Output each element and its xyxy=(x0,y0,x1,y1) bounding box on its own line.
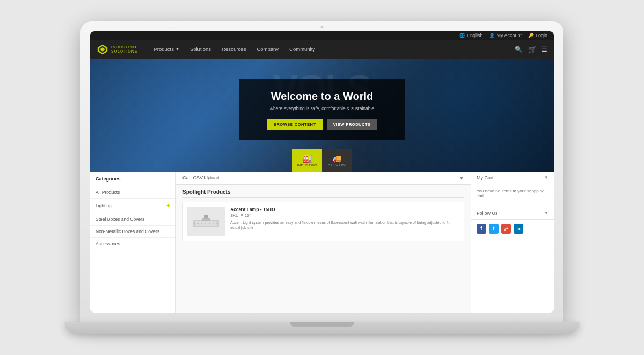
industrio-tab-icon: 🏭 xyxy=(303,154,312,163)
laptop-base xyxy=(64,322,580,334)
svg-rect-13 xyxy=(204,215,208,218)
product-sku: SKU: P-104 xyxy=(230,213,459,218)
laptop-body: 🌐 English 👤 My Account 🔑 Login xyxy=(80,21,564,322)
googleplus-icon[interactable]: g+ xyxy=(501,224,511,234)
cart-label: My Cart xyxy=(477,175,494,180)
product-name: Accent Lamp - T5HO xyxy=(230,207,459,212)
delivery-tab-icon: 🚚 xyxy=(332,154,342,163)
logo-text: INDUSTRIO SOLUTIONS xyxy=(111,45,137,53)
view-products-button[interactable]: VIEW PRODUCTS xyxy=(327,119,377,130)
follow-chevron-icon: ▼ xyxy=(544,211,548,215)
logo-icon xyxy=(97,44,108,55)
navigation: INDUSTRIO SOLUTIONS Products ▼ Solutions xyxy=(90,40,554,59)
hero-title: Welcome to a World xyxy=(250,90,394,103)
main-content: Categories All Products Lighting + Steel… xyxy=(90,172,554,313)
follow-label: Follow Us xyxy=(477,211,498,216)
my-account-link[interactable]: 👤 My Account xyxy=(489,33,522,38)
camera-dot xyxy=(321,26,324,28)
hero-text-box: Welcome to a World where everything is s… xyxy=(239,79,405,140)
tab-industrio[interactable]: 🏭 INDUSTRIO xyxy=(292,149,322,172)
svg-rect-4 xyxy=(195,221,217,226)
sidebar-item-lighting[interactable]: Lighting + xyxy=(90,199,175,213)
svg-rect-12 xyxy=(202,218,210,221)
social-icons: f t g+ in xyxy=(471,220,554,238)
csv-chevron-icon: ▼ xyxy=(459,175,464,181)
follow-header: Follow Us ▼ xyxy=(471,207,554,220)
globe-icon: 🌐 xyxy=(459,33,465,38)
sidebar-item-non-metallic[interactable]: Non-Metallic Boxes and Covers xyxy=(90,226,175,238)
laptop-wrapper: 🌐 English 👤 My Account 🔑 Login xyxy=(64,11,580,344)
csv-upload-bar[interactable]: Cart CSV Upload ▼ xyxy=(176,172,471,185)
website: 🌐 English 👤 My Account 🔑 Login xyxy=(90,31,554,313)
product-info: Accent Lamp - T5HO SKU: P-104 Accent Lig… xyxy=(230,207,459,236)
nav-products[interactable]: Products ▼ xyxy=(148,40,184,59)
hero-subtitle: where everything is safe, comfortable & … xyxy=(250,106,394,111)
login-icon: 🔑 xyxy=(528,33,534,38)
login-link[interactable]: 🔑 Login xyxy=(528,33,547,38)
product-image xyxy=(187,207,225,236)
browse-content-button[interactable]: BROWSE CONTENT xyxy=(267,119,323,130)
logo[interactable]: INDUSTRIO SOLUTIONS xyxy=(97,44,137,55)
nav-menu: Products ▼ Solutions Resources Company xyxy=(148,40,515,59)
follow-section: Follow Us ▼ f t g+ in xyxy=(471,207,554,238)
twitter-icon[interactable]: t xyxy=(489,224,499,234)
center-content: Cart CSV Upload ▼ Spotlight Products xyxy=(176,172,471,313)
product-lamp-svg xyxy=(190,209,222,234)
cart-empty-message: You have no items in your shopping cart. xyxy=(471,184,554,202)
hero-tabs: 🏭 INDUSTRIO 🚚 DELIVERY xyxy=(292,149,352,172)
cart-chevron-icon: ▼ xyxy=(544,175,548,180)
language-label: English xyxy=(467,33,483,38)
sidebar-item-accessories[interactable]: Accessories xyxy=(90,238,175,250)
hero-section: VOLS Welcome to a World where everything… xyxy=(90,59,554,172)
cart-icon[interactable]: 🛒 xyxy=(528,46,536,53)
expand-icon: + xyxy=(166,202,170,209)
dropdown-arrow-icon: ▼ xyxy=(175,47,179,51)
sidebar: Categories All Products Lighting + Steel… xyxy=(90,172,176,313)
cart-header: My Cart ▼ xyxy=(471,172,554,184)
csv-label: Cart CSV Upload xyxy=(182,175,219,180)
facebook-icon[interactable]: f xyxy=(477,224,486,234)
language-selector[interactable]: 🌐 English xyxy=(459,33,483,38)
sidebar-item-all-products[interactable]: All Products xyxy=(90,186,175,199)
product-description: Accent Light system provides an easy and… xyxy=(230,220,459,231)
sidebar-header: Categories xyxy=(90,172,175,186)
nav-solutions[interactable]: Solutions xyxy=(185,40,216,59)
tab-delivery[interactable]: 🚚 DELIVERY xyxy=(322,149,352,172)
linkedin-icon[interactable]: in xyxy=(514,224,523,234)
top-bar: 🌐 English 👤 My Account 🔑 Login xyxy=(90,31,554,40)
hero-buttons: BROWSE CONTENT VIEW PRODUCTS xyxy=(250,119,394,130)
delivery-tab-label: DELIVERY xyxy=(328,164,346,167)
nav-resources[interactable]: Resources xyxy=(216,40,251,59)
search-icon[interactable]: 🔍 xyxy=(515,46,523,53)
login-label: Login xyxy=(536,33,547,38)
nav-community[interactable]: Community xyxy=(284,40,320,59)
product-card: Accent Lamp - T5HO SKU: P-104 Accent Lig… xyxy=(182,202,464,241)
user-icon: 👤 xyxy=(489,33,495,38)
industrio-tab-label: INDUSTRIO xyxy=(297,164,318,167)
spotlight-title: Spotlight Products xyxy=(182,189,464,198)
spotlight-section: Spotlight Products xyxy=(176,185,471,245)
right-sidebar: My Cart ▼ You have no items in your shop… xyxy=(471,172,554,313)
sidebar-item-steel-boxes[interactable]: Steel Boxes and Covers xyxy=(90,213,175,226)
account-label: My Account xyxy=(496,33,522,38)
menu-icon[interactable]: ☰ xyxy=(541,46,547,53)
nav-right: 🔍 🛒 ☰ xyxy=(515,46,547,53)
laptop-screen: 🌐 English 👤 My Account 🔑 Login xyxy=(90,31,554,313)
nav-company[interactable]: Company xyxy=(251,40,284,59)
